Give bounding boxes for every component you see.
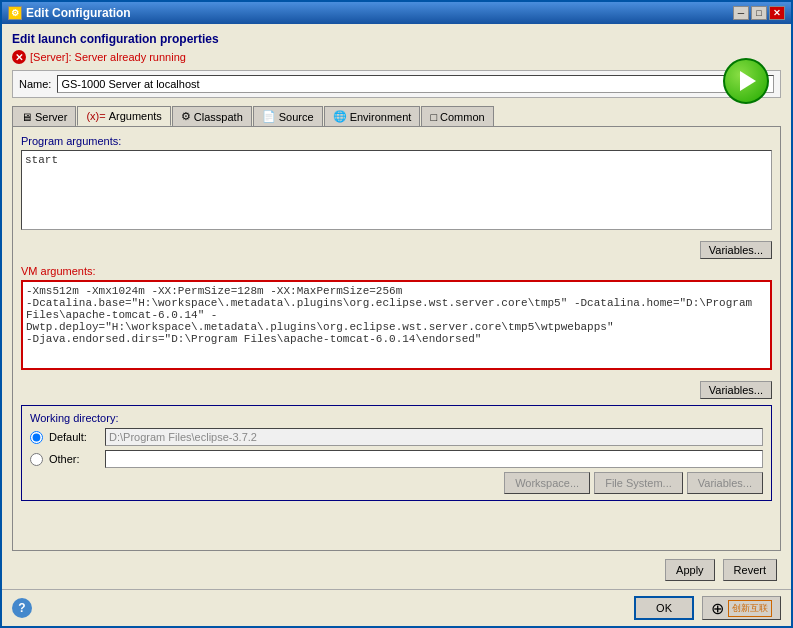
footer: ? OK ⊕ 创新互联 — [2, 589, 791, 626]
program-args-container: start — [21, 150, 772, 232]
variables-button-1[interactable]: Variables... — [700, 241, 772, 259]
other-radio-row: Other: — [30, 450, 763, 468]
help-button[interactable]: ? — [12, 598, 32, 618]
dir-buttons-row: Workspace... File System... Variables... — [30, 472, 763, 494]
common-tab-label: Common — [440, 111, 485, 123]
title-bar-left: ⚙ Edit Configuration — [8, 6, 131, 20]
window-icon: ⚙ — [8, 6, 22, 20]
footer-left: ? — [12, 598, 32, 618]
error-line: ✕ [Server]: Server already running — [12, 50, 781, 64]
brand-logo: 创新互联 — [728, 600, 772, 617]
header-title: Edit launch configuration properties — [12, 32, 781, 46]
environment-tab-icon: 🌐 — [333, 110, 347, 123]
working-dir-section: Working directory: Default: Other: Works… — [21, 405, 772, 501]
other-dir-input[interactable] — [105, 450, 763, 468]
run-icon — [740, 71, 756, 91]
header-section: Edit launch configuration properties ✕ [… — [12, 32, 781, 64]
edit-configuration-window: ⚙ Edit Configuration ─ □ ✕ Edit launch c… — [0, 0, 793, 628]
server-tab-icon: 🖥 — [21, 111, 32, 123]
arguments-tab-icon: (x)= — [86, 110, 105, 122]
tab-content: Program arguments: start Variables... VM… — [12, 126, 781, 551]
variables-btn-row-2: Variables... — [21, 378, 772, 399]
title-bar: ⚙ Edit Configuration ─ □ ✕ — [2, 2, 791, 24]
file-system-button[interactable]: File System... — [594, 472, 683, 494]
tab-arguments[interactable]: (x)= Arguments — [77, 106, 170, 126]
default-radio-row: Default: — [30, 428, 763, 446]
name-row: Name: — [12, 70, 781, 98]
brand-icon: ⊕ — [711, 599, 724, 618]
maximize-button[interactable]: □ — [751, 6, 767, 20]
other-radio[interactable] — [30, 453, 43, 466]
minimize-button[interactable]: ─ — [733, 6, 749, 20]
program-args-label: Program arguments: — [21, 135, 772, 147]
default-radio-label: Default: — [49, 431, 99, 443]
run-button[interactable] — [723, 58, 769, 104]
default-dir-input — [105, 428, 763, 446]
working-dir-label: Working directory: — [30, 412, 763, 424]
window-content: Edit launch configuration properties ✕ [… — [2, 24, 791, 589]
name-label: Name: — [19, 78, 51, 90]
apply-button[interactable]: Apply — [665, 559, 715, 581]
server-tab-label: Server — [35, 111, 67, 123]
tab-server[interactable]: 🖥 Server — [12, 106, 76, 126]
error-icon: ✕ — [12, 50, 26, 64]
ok-button[interactable]: OK — [634, 596, 694, 620]
close-button[interactable]: ✕ — [769, 6, 785, 20]
program-args-textarea[interactable]: start — [21, 150, 772, 230]
tab-environment[interactable]: 🌐 Environment — [324, 106, 421, 126]
apply-revert-row: Apply Revert — [12, 559, 781, 581]
footer-right: OK ⊕ 创新互联 — [634, 596, 781, 620]
error-text: [Server]: Server already running — [30, 51, 186, 63]
classpath-tab-label: Classpath — [194, 111, 243, 123]
run-button-container — [721, 56, 771, 106]
arguments-tab-label: Arguments — [109, 110, 162, 122]
common-tab-icon: □ — [430, 111, 437, 123]
tab-source[interactable]: 📄 Source — [253, 106, 323, 126]
cancel-brand-area: ⊕ 创新互联 — [702, 596, 781, 620]
variables-button-3[interactable]: Variables... — [687, 472, 763, 494]
environment-tab-label: Environment — [350, 111, 412, 123]
tabs-bar: 🖥 Server (x)= Arguments ⚙ Classpath 📄 So… — [12, 106, 781, 126]
tab-classpath[interactable]: ⚙ Classpath — [172, 106, 252, 126]
variables-btn-row-1: Variables... — [21, 238, 772, 259]
vm-args-label: VM arguments: — [21, 265, 772, 277]
title-bar-buttons: ─ □ ✕ — [733, 6, 785, 20]
other-radio-label: Other: — [49, 453, 99, 465]
variables-button-2[interactable]: Variables... — [700, 381, 772, 399]
source-tab-label: Source — [279, 111, 314, 123]
workspace-button[interactable]: Workspace... — [504, 472, 590, 494]
revert-button[interactable]: Revert — [723, 559, 777, 581]
vm-args-textarea[interactable]: -Xms512m -Xmx1024m -XX:PermSize=128m -XX… — [21, 280, 772, 370]
default-radio[interactable] — [30, 431, 43, 444]
vm-args-container: -Xms512m -Xmx1024m -XX:PermSize=128m -XX… — [21, 280, 772, 372]
window-title: Edit Configuration — [26, 6, 131, 20]
source-tab-icon: 📄 — [262, 110, 276, 123]
tab-common[interactable]: □ Common — [421, 106, 493, 126]
name-input[interactable] — [57, 75, 774, 93]
classpath-tab-icon: ⚙ — [181, 110, 191, 123]
